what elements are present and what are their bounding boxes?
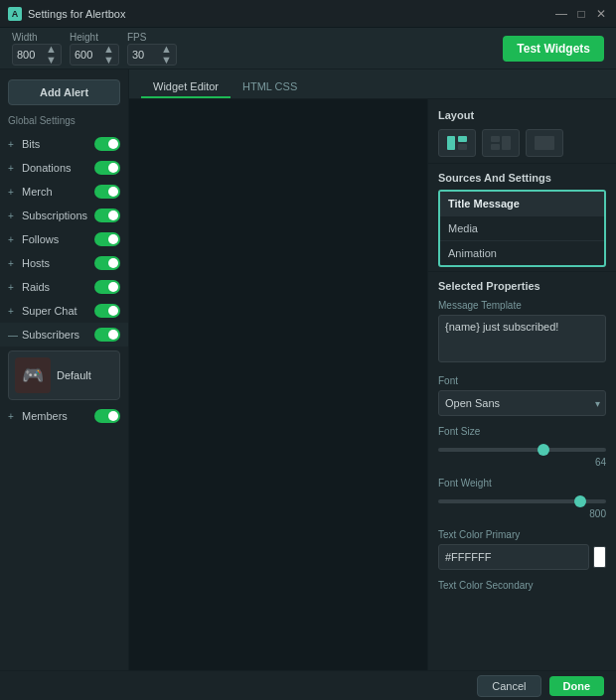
members-label: Members	[22, 410, 90, 422]
layout-option-3[interactable]	[526, 129, 563, 157]
height-input[interactable]: 600 ▲ ▼	[70, 44, 119, 66]
subscribers-expand-icon: —	[8, 330, 18, 341]
font-weight-group: Font Weight 800	[438, 478, 606, 519]
sidebar-item-bits[interactable]: + Bits	[0, 132, 128, 156]
svg-rect-4	[502, 136, 511, 150]
sidebar: Add Alert Global Settings + Bits + Donat…	[0, 70, 129, 670]
hosts-label: Hosts	[22, 257, 90, 269]
sidebar-item-follows[interactable]: + Follows	[0, 227, 128, 251]
tab-html-css[interactable]: HTML CSS	[231, 76, 309, 98]
window-controls: — □ ✕	[554, 7, 608, 21]
subscribers-default-card[interactable]: 🎮 Default	[8, 350, 120, 400]
minimize-button[interactable]: —	[554, 7, 568, 21]
bottom-bar: Cancel Done	[0, 670, 616, 700]
raids-toggle[interactable]	[94, 280, 120, 294]
global-settings-label: Global Settings	[0, 113, 128, 132]
donations-toggle[interactable]	[94, 161, 120, 175]
cancel-button[interactable]: Cancel	[477, 675, 540, 697]
donations-expand-icon: +	[8, 163, 18, 174]
members-toggle[interactable]	[94, 409, 120, 423]
sidebar-item-raids[interactable]: + Raids	[0, 275, 128, 299]
layout-option-2[interactable]	[482, 129, 520, 157]
subscribers-section: — Subscribers 🎮 Default	[0, 323, 128, 404]
test-widgets-button[interactable]: Test Widgets	[503, 36, 604, 62]
svg-rect-0	[447, 136, 455, 150]
fps-down[interactable]: ▼	[161, 55, 172, 66]
members-expand-icon: +	[8, 411, 18, 422]
bits-label: Bits	[22, 138, 90, 150]
sources-title: Sources And Settings	[438, 172, 606, 184]
fps-input[interactable]: 30 ▲ ▼	[127, 44, 177, 66]
text-color-primary-input[interactable]	[438, 544, 589, 570]
layout-section: Layout	[428, 99, 616, 163]
height-up[interactable]: ▲	[103, 44, 114, 55]
font-weight-value: 800	[438, 508, 606, 519]
sidebar-item-merch[interactable]: + Merch	[0, 180, 128, 204]
source-item-animation[interactable]: Animation	[440, 241, 604, 265]
subscribers-label: Subscribers	[22, 329, 90, 341]
layout-title: Layout	[438, 109, 606, 121]
message-template-input[interactable]: {name} just subscribed!	[438, 315, 606, 362]
source-item-media[interactable]: Media	[440, 216, 604, 241]
text-color-primary-swatch[interactable]	[593, 546, 606, 568]
width-input[interactable]: 800 ▲ ▼	[12, 44, 62, 66]
selected-properties-title: Selected Properties	[438, 280, 606, 292]
merch-toggle[interactable]	[94, 185, 120, 199]
right-panel: Layout	[427, 99, 616, 670]
width-down[interactable]: ▼	[46, 55, 57, 66]
font-size-slider[interactable]	[438, 448, 606, 452]
font-weight-slider[interactable]	[438, 499, 606, 503]
done-button[interactable]: Done	[549, 676, 605, 696]
font-group: Font Open Sans Arial Roboto Lato	[438, 375, 606, 416]
height-field-group: Height 600 ▲ ▼	[70, 32, 119, 66]
super-chat-expand-icon: +	[8, 306, 18, 317]
sidebar-item-super-chat[interactable]: + Super Chat	[0, 299, 128, 323]
height-label: Height	[70, 32, 98, 43]
subscribers-toggle[interactable]	[94, 328, 120, 342]
follows-label: Follows	[22, 233, 90, 245]
height-spinner[interactable]: ▲ ▼	[103, 44, 114, 66]
sidebar-item-subscribers[interactable]: — Subscribers	[0, 323, 128, 347]
width-up[interactable]: ▲	[46, 44, 57, 55]
text-color-secondary-label: Text Color Secondary	[438, 580, 606, 591]
layout-options	[438, 129, 606, 157]
svg-rect-5	[491, 144, 500, 150]
app-icon: A	[8, 7, 22, 21]
text-color-primary-label: Text Color Primary	[438, 529, 606, 540]
layout-option-1[interactable]	[438, 129, 476, 157]
subscriptions-toggle[interactable]	[94, 209, 120, 222]
source-item-title-message[interactable]: Title Message	[440, 192, 604, 216]
height-down[interactable]: ▼	[103, 55, 114, 66]
sidebar-item-subscriptions[interactable]: + Subscriptions	[0, 204, 128, 227]
svg-rect-6	[535, 136, 554, 150]
donations-label: Donations	[22, 162, 90, 174]
title-bar: A Settings for Alertbox — □ ✕	[0, 0, 616, 28]
bits-expand-icon: +	[8, 139, 18, 150]
sidebar-item-hosts[interactable]: + Hosts	[0, 251, 128, 275]
follows-toggle[interactable]	[94, 232, 120, 246]
sidebar-item-members[interactable]: + Members	[0, 404, 128, 428]
font-select[interactable]: Open Sans Arial Roboto Lato	[438, 390, 606, 416]
font-size-group: Font Size 64	[438, 426, 606, 468]
width-field-group: Width 800 ▲ ▼	[12, 32, 62, 66]
sidebar-item-donations[interactable]: + Donations	[0, 156, 128, 180]
maximize-button[interactable]: □	[574, 7, 588, 21]
super-chat-toggle[interactable]	[94, 304, 120, 318]
tab-widget-editor[interactable]: Widget Editor	[141, 76, 231, 98]
fps-label: FPS	[127, 32, 146, 43]
font-size-value: 64	[438, 457, 606, 468]
fps-up[interactable]: ▲	[161, 44, 172, 55]
font-weight-label: Font Weight	[438, 478, 606, 489]
width-spinner[interactable]: ▲ ▼	[46, 44, 57, 66]
bits-toggle[interactable]	[94, 137, 120, 151]
add-alert-button[interactable]: Add Alert	[8, 79, 120, 105]
raids-label: Raids	[22, 281, 90, 293]
subscribers-avatar: 🎮	[15, 357, 51, 393]
canvas-area	[129, 99, 427, 670]
hosts-toggle[interactable]	[94, 256, 120, 270]
fps-spinner[interactable]: ▲ ▼	[161, 44, 172, 66]
sources-list: Title Message Media Animation	[438, 190, 606, 267]
follows-expand-icon: +	[8, 234, 18, 245]
subscriptions-expand-icon: +	[8, 210, 18, 221]
close-button[interactable]: ✕	[594, 7, 608, 21]
